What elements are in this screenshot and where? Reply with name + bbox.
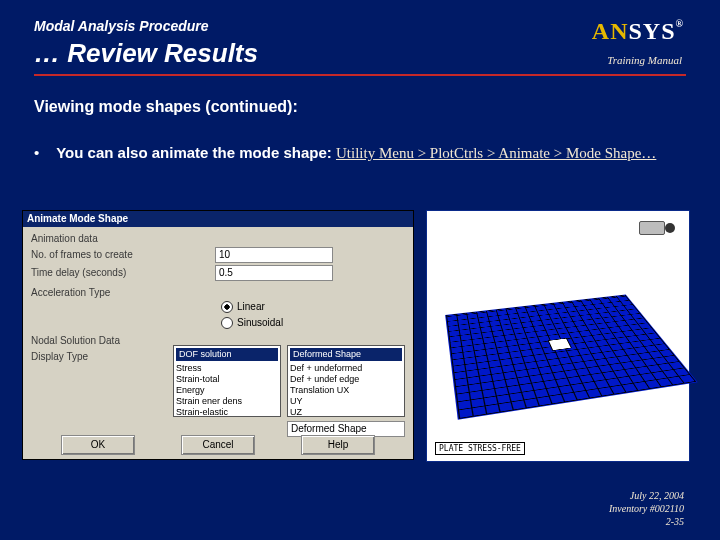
slide-footer: July 22, 2004 Inventory #002110 2-35 [609, 489, 684, 528]
list-item[interactable]: Strain-elastic [176, 407, 278, 417]
mode-shape-preview: PLATE STRESS-FREE [426, 210, 690, 462]
list-item[interactable]: UZ [290, 407, 402, 417]
slide-subtitle: Modal Analysis Procedure [34, 18, 686, 34]
footer-inventory: Inventory #002110 [609, 502, 684, 515]
brand-logo: ANSYS® [592, 18, 684, 45]
list-item[interactable]: Def + undeformed [290, 363, 402, 374]
animate-mode-shape-dialog: Animate Mode Shape Animation data No. of… [22, 210, 414, 460]
help-button[interactable]: Help [301, 435, 375, 455]
label-delay: Time delay (seconds) [31, 267, 126, 278]
list-item[interactable]: UY [290, 396, 402, 407]
radio-sinusoidal[interactable]: Sinusoidal [221, 317, 283, 329]
listbox-right-header: Deformed Shape [290, 348, 402, 361]
list-item[interactable]: Energy [176, 385, 278, 396]
bullet-item: • You can also animate the mode shape: U… [34, 144, 686, 162]
brand-left: AN [592, 18, 629, 44]
section-animation: Animation data [31, 233, 98, 244]
section-heading: Viewing mode shapes (continued): [34, 98, 298, 116]
input-frames[interactable]: 10 [215, 247, 333, 263]
listbox-left-header: DOF solution [176, 348, 278, 361]
brand-reg: ® [676, 18, 684, 29]
label-display-type: Display Type [31, 351, 88, 362]
list-item[interactable]: Strain ener dens [176, 396, 278, 407]
section-nodal: Nodal Solution Data [31, 335, 120, 346]
deformed-plate [446, 295, 696, 419]
list-item[interactable]: Def + undef edge [290, 374, 402, 385]
listbox-right[interactable]: Deformed Shape Def + undeformed Def + un… [287, 345, 405, 417]
slide-title: … Review Results [34, 38, 686, 69]
divider [34, 74, 686, 76]
radio-linear[interactable]: Linear [221, 301, 265, 313]
bullet-marker: • [34, 144, 52, 161]
bullet-text: You can also animate the mode shape: [56, 144, 336, 161]
camera-icon [639, 217, 679, 237]
dialog-titlebar: Animate Mode Shape [23, 211, 413, 227]
brand-right: SYS [628, 18, 675, 44]
menu-path: Utility Menu > PlotCtrls > Animate > Mod… [336, 145, 656, 161]
section-accel: Acceleration Type [31, 287, 110, 298]
input-delay[interactable]: 0.5 [215, 265, 333, 281]
label-frames: No. of frames to create [31, 249, 133, 260]
listbox-left[interactable]: DOF solution Stress Strain-total Energy … [173, 345, 281, 417]
training-label: Training Manual [607, 54, 682, 66]
list-item[interactable]: Strain-total [176, 374, 278, 385]
ok-button[interactable]: OK [61, 435, 135, 455]
list-item[interactable]: Stress [176, 363, 278, 374]
preview-caption: PLATE STRESS-FREE [435, 442, 525, 455]
list-item[interactable]: Translation UX [290, 385, 402, 396]
cancel-button[interactable]: Cancel [181, 435, 255, 455]
footer-date: July 22, 2004 [609, 489, 684, 502]
footer-page: 2-35 [609, 515, 684, 528]
